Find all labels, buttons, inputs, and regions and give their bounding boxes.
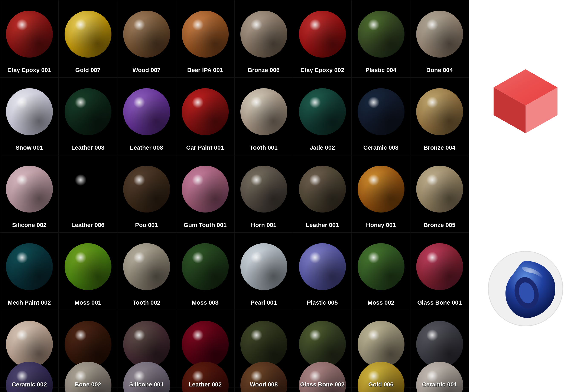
material-cell-beer-ipa-001[interactable]: Beer IPA 001 xyxy=(176,0,234,78)
material-label-silicone-002: Silicone 002 xyxy=(0,222,58,228)
material-cell-clay-epoxy-001[interactable]: Clay Epoxy 001 xyxy=(0,0,59,78)
material-label-leather-002: Leather 002 xyxy=(176,381,234,388)
material-sphere-tooth-003 xyxy=(6,321,53,368)
sphere-swirl xyxy=(64,166,111,212)
material-cell-gold-006[interactable]: Gold 006 xyxy=(352,388,410,392)
material-cell-plastic-005[interactable]: Plastic 005 xyxy=(293,232,352,310)
material-sphere-jade-002 xyxy=(299,88,346,135)
material-sphere-moss-001 xyxy=(64,243,111,290)
material-sphere-leather-003 xyxy=(64,88,111,135)
material-cell-bronze-004[interactable]: Bronze 004 xyxy=(410,78,469,155)
sphere-swirl xyxy=(123,88,170,135)
material-cell-glass-bone-002[interactable]: Glass Bone 002 xyxy=(293,388,352,392)
material-cell-ceramic-003[interactable]: Ceramic 003 xyxy=(352,78,410,155)
material-cell-wood-008[interactable]: Wood 008 xyxy=(234,388,293,392)
sphere-swirl xyxy=(64,243,111,290)
sphere-swirl xyxy=(182,88,229,135)
material-cell-tooth-001[interactable]: Tooth 001 xyxy=(234,78,293,155)
material-cell-leather-003[interactable]: Leather 003 xyxy=(59,78,117,155)
material-cell-car-paint-001[interactable]: Car Paint 001 xyxy=(176,78,234,155)
material-label-glass-bone-002: Glass Bone 002 xyxy=(293,381,351,388)
sphere-swirl xyxy=(299,321,346,368)
sphere-swirl xyxy=(416,166,463,212)
sphere-swirl xyxy=(6,166,53,212)
material-cell-clay-epoxy-002[interactable]: Clay Epoxy 002 xyxy=(293,0,352,78)
material-cell-bronze-005[interactable]: Bronze 005 xyxy=(410,155,469,233)
material-sphere-gum-tooth-001 xyxy=(182,166,229,212)
material-label-tooth-001: Tooth 001 xyxy=(235,144,293,151)
material-sphere-car-paint-001 xyxy=(182,88,229,135)
sphere-swirl xyxy=(64,88,111,135)
material-cell-leather-006[interactable]: Leather 006 xyxy=(59,155,117,233)
sphere-swirl xyxy=(416,321,463,368)
material-cell-glass-bone-001[interactable]: Glass Bone 001 xyxy=(410,232,469,310)
material-label-leather-008: Leather 008 xyxy=(117,144,176,151)
sphere-swirl xyxy=(240,88,287,135)
material-cell-tooth-002[interactable]: Tooth 002 xyxy=(117,232,176,310)
material-sphere-tooth-001 xyxy=(240,88,287,135)
material-label-bronze-006: Bronze 006 xyxy=(235,67,293,74)
material-label-beer-ipa-001: Beer IPA 001 xyxy=(176,67,234,74)
material-sphere-stone-004 xyxy=(416,321,463,368)
material-label-snow-001: Snow 001 xyxy=(0,144,58,151)
material-cell-gold-007[interactable]: Gold 007 xyxy=(59,0,117,78)
material-label-bronze-004: Bronze 004 xyxy=(410,144,469,151)
material-cell-ceramic-002[interactable]: Ceramic 002 xyxy=(0,388,59,392)
material-cell-honey-001[interactable]: Honey 001 xyxy=(352,155,410,233)
material-label-horn-001: Horn 001 xyxy=(235,222,293,228)
material-sphere-tooth-002 xyxy=(123,243,170,290)
material-sphere-leather-004 xyxy=(240,321,287,368)
material-cell-pearl-001[interactable]: Pearl 001 xyxy=(234,232,293,310)
material-cell-ceramic-001[interactable]: Ceramic 001 xyxy=(410,388,469,392)
material-label-ceramic-001: Ceramic 001 xyxy=(410,381,469,388)
material-cell-wood-007[interactable]: Wood 007 xyxy=(117,0,176,78)
sphere-swirl xyxy=(240,166,287,212)
sphere-swirl xyxy=(240,243,287,290)
material-cell-silicone-002[interactable]: Silicone 002 xyxy=(0,155,59,233)
material-cell-silicone-001[interactable]: Silicone 001 xyxy=(117,388,176,392)
material-sphere-pearl-001 xyxy=(240,243,287,290)
material-sphere-plastic-005 xyxy=(299,243,346,290)
sphere-swirl xyxy=(123,321,170,368)
sphere-swirl xyxy=(123,243,170,290)
material-sphere-ceramic-003 xyxy=(358,88,405,135)
material-cell-jade-002[interactable]: Jade 002 xyxy=(293,78,352,155)
material-cell-leather-002[interactable]: Leather 002 xyxy=(176,388,234,392)
material-cell-moss-002[interactable]: Moss 002 xyxy=(352,232,410,310)
material-label-gold-006: Gold 006 xyxy=(352,381,410,388)
sphere-swirl xyxy=(416,88,463,135)
material-grid: Clay Epoxy 001Gold 007Wood 007Beer IPA 0… xyxy=(0,0,469,392)
sphere-swirl xyxy=(299,243,346,290)
material-cell-moss-001[interactable]: Moss 001 xyxy=(59,232,117,310)
material-cell-horn-001[interactable]: Horn 001 xyxy=(234,155,293,233)
material-sphere-moss-002 xyxy=(358,243,405,290)
material-sphere-horn-001 xyxy=(240,166,287,212)
material-cell-moss-003[interactable]: Moss 003 xyxy=(176,232,234,310)
material-cell-leather-008[interactable]: Leather 008 xyxy=(117,78,176,155)
sphere-swirl xyxy=(358,11,405,58)
sphere-swirl xyxy=(182,166,229,212)
sphere-swirl xyxy=(358,321,405,368)
material-sphere-mech-paint-002 xyxy=(6,243,53,290)
material-cell-leather-001[interactable]: Leather 001 xyxy=(293,155,352,233)
sphere-swirl xyxy=(358,88,405,135)
material-cell-bone-004[interactable]: Bone 004 xyxy=(410,0,469,78)
sphere-swirl xyxy=(6,243,53,290)
material-cell-snow-001[interactable]: Snow 001 xyxy=(0,78,59,155)
material-label-silicone-001: Silicone 001 xyxy=(117,381,176,388)
material-cell-bronze-006[interactable]: Bronze 006 xyxy=(234,0,293,78)
material-cell-mech-paint-002[interactable]: Mech Paint 002 xyxy=(0,232,59,310)
sphere-swirl xyxy=(123,11,170,58)
material-cell-gum-tooth-001[interactable]: Gum Tooth 001 xyxy=(176,155,234,233)
sphere-swirl xyxy=(299,11,346,58)
material-cell-plastic-004[interactable]: Plastic 004 xyxy=(352,0,410,78)
material-sphere-leather-005 xyxy=(182,321,229,368)
sphere-swirl xyxy=(416,243,463,290)
material-cell-bone-002[interactable]: Bone 002 xyxy=(59,388,117,392)
material-label-moss-003: Moss 003 xyxy=(176,299,234,306)
material-label-leather-001: Leather 001 xyxy=(293,222,351,228)
material-cell-poo-001[interactable]: Poo 001 xyxy=(117,155,176,233)
sphere-swirl xyxy=(299,166,346,212)
material-label-plastic-005: Plastic 005 xyxy=(293,299,351,306)
material-label-ceramic-002: Ceramic 002 xyxy=(0,381,58,388)
